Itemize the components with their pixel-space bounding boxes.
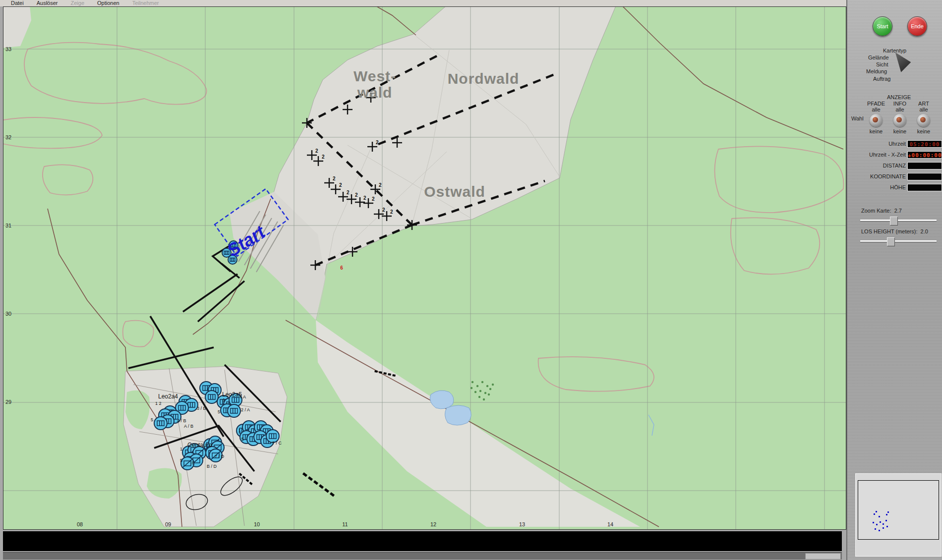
menu-item-optionen[interactable]: Optionen xyxy=(97,0,119,6)
anzeige-col-alle: alle xyxy=(865,107,887,112)
zoom-karte-caption: Zoom Karte: xyxy=(861,208,891,214)
minimap-unit-dot xyxy=(883,523,884,525)
kartentyp-title: Kartentyp xyxy=(883,48,906,54)
anzeige-col-alle: alle xyxy=(888,107,911,112)
anzeige-title: ANZEIGE xyxy=(887,94,911,100)
start-button[interactable]: Start xyxy=(873,16,892,36)
map-label: 7 / C xyxy=(272,441,282,446)
anzeige-column-art: ARTallekeine xyxy=(912,101,935,134)
readout-display-0: 05:20:00 xyxy=(907,140,942,148)
app-window: { "menu":{"items":[ {"label":"Datei","en… xyxy=(0,0,942,560)
menu-bar: DateiAuslöserZeigeOptionenTeilnehmer xyxy=(0,0,846,6)
map-label: 2 / A xyxy=(241,407,250,412)
minimap-unit-dot xyxy=(883,527,884,529)
map-label: B / D xyxy=(207,464,217,469)
kartentyp-option-auftrag[interactable]: Auftrag xyxy=(873,76,890,82)
grid-label-x: 14 xyxy=(607,521,613,527)
tree-dot xyxy=(484,392,486,394)
tree-dot xyxy=(492,384,494,386)
readout-label-0: Uhrzeit xyxy=(888,140,906,148)
kartentyp-option-meldung[interactable]: Meldung xyxy=(866,68,887,74)
anzeige-knob[interactable] xyxy=(870,114,883,127)
lake xyxy=(430,391,454,409)
los-height-value: 2.0 xyxy=(921,228,928,234)
anzeige-knob[interactable] xyxy=(893,114,906,127)
anzeige-knob[interactable] xyxy=(917,114,930,127)
anzeige-col-alle: alle xyxy=(912,107,935,112)
svg-text:2: 2 xyxy=(322,154,325,160)
map-label: 5 xyxy=(151,417,153,422)
kartentyp-option-sicht[interactable]: Sicht xyxy=(876,61,888,67)
zoom-karte-label: Zoom Karte: 2.7 xyxy=(861,208,902,214)
anzeige-col-keine: keine xyxy=(865,128,887,134)
readout-display-4 xyxy=(907,184,942,191)
los-height-slider-track[interactable] xyxy=(860,240,937,242)
unit-icon-armor[interactable] xyxy=(205,391,218,403)
map-label: 4 A xyxy=(239,394,246,399)
svg-text:2: 2 xyxy=(347,190,350,195)
grid-label-x: 11 xyxy=(342,521,348,527)
unit-icon-armor[interactable] xyxy=(228,404,240,417)
readout-label-3: KOORDINATE xyxy=(870,173,906,180)
control-sidebar: Start Ende Kartentyp GeländeSichtMeldung… xyxy=(846,0,942,560)
grid-label-x: 10 xyxy=(254,521,260,527)
tree-dot xyxy=(471,387,472,389)
kartentyp-option-gelände[interactable]: Gelände xyxy=(868,55,889,60)
grid-label-y: 32 xyxy=(5,134,11,140)
grid-label-x: 09 xyxy=(165,521,171,527)
grid-label-x: 08 xyxy=(77,521,83,527)
anzeige-col-name: INFO xyxy=(888,101,911,107)
map-label: 1 xyxy=(223,397,225,402)
los-height-caption: LOS HEIGHT (meters): xyxy=(861,228,917,234)
map-canvas[interactable]: 222222222222West-waldNordwaldOstwaldStar… xyxy=(3,7,846,529)
anzeige-column-pfade: PFADEallekeine xyxy=(865,101,887,134)
minimap[interactable] xyxy=(855,473,942,557)
minimap-unit-dot xyxy=(876,511,877,512)
svg-text:2: 2 xyxy=(355,192,358,198)
minimap-unit-dot xyxy=(879,516,880,517)
tree-dot xyxy=(488,393,490,395)
tree-dot xyxy=(481,381,483,383)
minimap-unit-dot xyxy=(876,524,878,525)
map-label: 5 xyxy=(218,409,220,414)
lake xyxy=(445,405,471,425)
readout-label-4: HÖHE xyxy=(890,184,906,191)
grid-label-x: 12 xyxy=(430,521,436,527)
menu-item-zeige: Zeige xyxy=(70,0,84,6)
svg-text:2: 2 xyxy=(315,148,318,154)
readout-label-2: DISTANZ xyxy=(883,162,906,169)
svg-text:2: 2 xyxy=(382,207,385,213)
anzeige-col-keine: keine xyxy=(888,128,911,134)
map-label: 3 / B xyxy=(197,406,206,411)
map-label: A / B xyxy=(184,424,193,429)
minimap-unit-dot xyxy=(887,511,889,513)
map-label: Centauro xyxy=(187,442,212,448)
kartentyp-selector-knob-icon[interactable] xyxy=(893,53,912,73)
anzeige-col-keine: keine xyxy=(912,128,935,134)
zoom-karte-slider-thumb[interactable] xyxy=(890,217,898,225)
grid-label-y: 30 xyxy=(5,311,11,317)
minimap-unit-dot xyxy=(886,514,887,515)
unit-icon-armor[interactable] xyxy=(154,417,167,430)
tree-dot xyxy=(471,381,473,383)
wahl-label: Wahl xyxy=(851,115,864,121)
scrollbar-thumb[interactable] xyxy=(805,553,841,560)
tree-dot xyxy=(489,388,491,390)
map-label: 7 / D xyxy=(215,454,225,459)
map-label: 5 xyxy=(180,458,182,463)
minimap-unit-dot xyxy=(880,521,881,523)
zoom-karte-slider-track[interactable] xyxy=(860,220,937,221)
menu-item-auslöser[interactable]: Auslöser xyxy=(37,0,58,6)
los-height-slider-thumb[interactable] xyxy=(887,237,895,246)
map-label: West- xyxy=(353,68,396,84)
grid-label-x: 13 xyxy=(519,521,525,527)
readout-display-1: +00:00:00 xyxy=(907,151,942,159)
ende-button[interactable]: Ende xyxy=(907,16,927,36)
horizontal-scrollbar[interactable] xyxy=(3,552,842,560)
map-label: wald xyxy=(357,84,393,101)
grid-label-y: 33 xyxy=(5,46,11,52)
menu-item-datei[interactable]: Datei xyxy=(11,0,24,6)
map-label: 1 xyxy=(238,428,241,433)
minimap-unit-dot xyxy=(873,522,874,523)
readout-display-3 xyxy=(907,173,942,180)
